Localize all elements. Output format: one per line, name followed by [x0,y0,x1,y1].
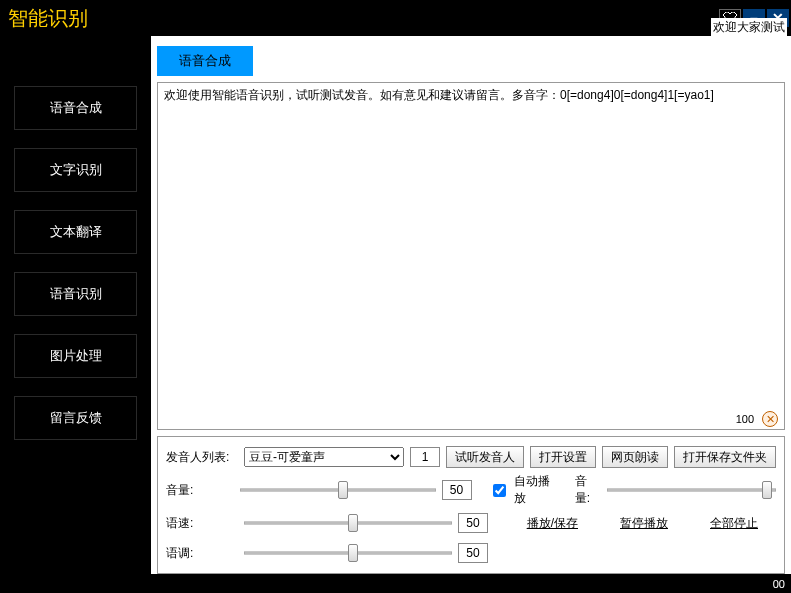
open-settings-button[interactable]: 打开设置 [530,446,596,468]
autoplay-checkbox[interactable] [493,484,506,497]
autoplay-volume-slider[interactable] [607,480,776,500]
titlebar: 智能识别 – ✕ [0,0,791,36]
sidebar-item-translate[interactable]: 文本翻译 [14,210,137,254]
sidebar-item-ocr[interactable]: 文字识别 [14,148,137,192]
play-save-link[interactable]: 播放/保存 [527,515,578,532]
pause-link[interactable]: 暂停播放 [620,515,668,532]
speed-value[interactable] [458,513,488,533]
char-count: 100 [736,413,754,425]
autoplay-label: 自动播放 [514,473,559,507]
statusbar: 00 [0,574,791,593]
app-title: 智能识别 [8,5,88,32]
volume-slider[interactable] [240,480,436,500]
text-input-area: 100 ✕ [157,82,785,430]
voice-select[interactable]: 豆豆-可爱童声 [244,447,404,467]
voice-list-label: 发音人列表: [166,449,238,466]
welcome-text: 欢迎大家测试 [711,18,787,36]
sidebar: 语音合成 文字识别 文本翻译 语音识别 图片处理 留言反馈 [0,36,151,574]
web-read-button[interactable]: 网页朗读 [602,446,668,468]
clear-icon[interactable]: ✕ [762,411,778,427]
main-panel: 语音合成 100 ✕ 发音人列表: 豆豆-可爱童声 试听发音人 打开设置 网页朗… [151,36,791,574]
volume-label: 音量: [166,482,234,499]
speed-label: 语速: [166,515,238,532]
pitch-value[interactable] [458,543,488,563]
sidebar-item-feedback[interactable]: 留言反馈 [14,396,137,440]
sidebar-item-image[interactable]: 图片处理 [14,334,137,378]
page-input[interactable] [410,447,440,467]
sidebar-item-asr[interactable]: 语音识别 [14,272,137,316]
status-text: 00 [773,578,785,590]
pitch-label: 语调: [166,545,238,562]
content-textarea[interactable] [158,83,784,429]
tab-tts[interactable]: 语音合成 [157,46,253,76]
open-folder-button[interactable]: 打开保存文件夹 [674,446,776,468]
pitch-slider[interactable] [244,543,452,563]
speed-slider[interactable] [244,513,452,533]
controls-panel: 发音人列表: 豆豆-可爱童声 试听发音人 打开设置 网页朗读 打开保存文件夹 音… [157,436,785,574]
tab-row: 语音合成 [151,36,791,76]
volume2-label: 音量: [575,473,601,507]
preview-voice-button[interactable]: 试听发音人 [446,446,524,468]
volume-value[interactable] [442,480,472,500]
stop-all-link[interactable]: 全部停止 [710,515,758,532]
sidebar-item-tts[interactable]: 语音合成 [14,86,137,130]
